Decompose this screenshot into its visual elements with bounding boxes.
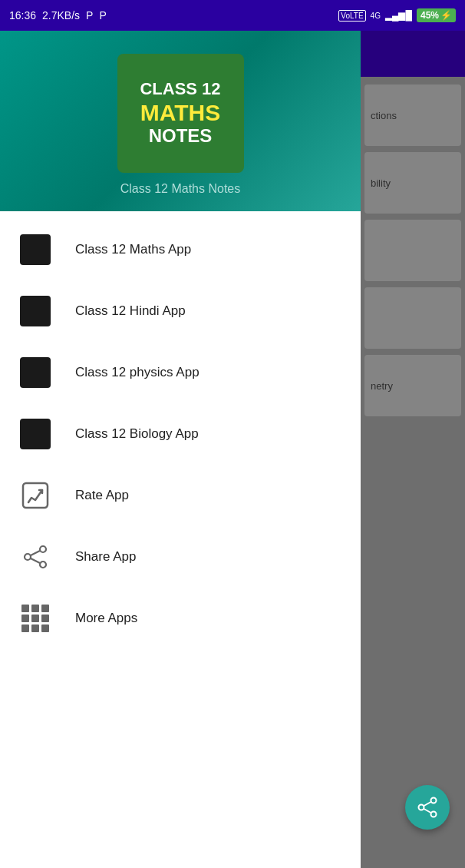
svg-line-5 [31, 558, 40, 563]
more-apps-label: More Apps [75, 611, 137, 626]
hindi-app-label: Class 12 Hindi App [75, 303, 186, 319]
svg-point-1 [40, 546, 46, 552]
menu-item-biology[interactable]: Class 12 Biology App [0, 403, 361, 465]
svg-rect-0 [23, 483, 48, 508]
logo-maths: MATHS [140, 100, 220, 125]
menu-item-share[interactable]: Share App [0, 526, 361, 588]
drawer-menu: Class 12 Maths App Class 12 Hindi App Cl… [0, 211, 361, 868]
drawer-header: CLASS 12 MATHS NOTES Class 12 Maths Note… [0, 31, 361, 211]
svg-line-10 [424, 809, 431, 813]
status-bar: 16:36 2.7KB/s P P VoLTE 4G ▂▄▆█ 45% ⚡ [0, 0, 465, 31]
navigation-drawer: CLASS 12 MATHS NOTES Class 12 Maths Note… [0, 31, 361, 868]
svg-line-4 [31, 551, 40, 555]
share-icon [18, 540, 52, 574]
physics-app-label: Class 12 physics App [75, 365, 200, 380]
share-fab[interactable] [405, 785, 450, 830]
status-carrier1: P [86, 9, 93, 22]
svg-point-2 [40, 562, 46, 568]
svg-line-9 [424, 802, 431, 806]
status-signal: ▂▄▆█ [385, 10, 412, 21]
hindi-app-icon [18, 294, 52, 328]
status-volte: VoLTE [338, 10, 365, 22]
status-right: VoLTE 4G ▂▄▆█ 45% ⚡ [338, 8, 456, 22]
rate-app-label: Rate App [75, 488, 129, 503]
status-battery: 45% ⚡ [417, 8, 456, 22]
drawer-overlay[interactable] [361, 31, 465, 868]
svg-point-6 [431, 798, 437, 803]
status-carrier2: P [99, 9, 106, 22]
svg-point-8 [419, 805, 424, 810]
maths-app-label: Class 12 Maths App [75, 242, 191, 257]
main-layout: ctions bility netry CLASS 12 MATHS NOTES… [0, 31, 465, 868]
share-app-label: Share App [75, 549, 136, 565]
menu-item-hindi[interactable]: Class 12 Hindi App [0, 280, 361, 342]
status-4g: 4G [371, 12, 381, 20]
menu-item-rate[interactable]: Rate App [0, 465, 361, 526]
biology-app-label: Class 12 Biology App [75, 426, 199, 442]
physics-app-icon [18, 356, 52, 389]
logo-class12: CLASS 12 [140, 79, 220, 99]
status-left: 16:36 2.7KB/s P P [9, 9, 107, 22]
menu-item-maths[interactable]: Class 12 Maths App [0, 219, 361, 280]
svg-point-3 [25, 554, 31, 560]
app-name-label: Class 12 Maths Notes [120, 182, 241, 196]
more-apps-icon [18, 601, 52, 635]
status-time: 16:36 [9, 9, 36, 22]
maths-app-icon [18, 233, 52, 267]
svg-point-7 [431, 812, 437, 817]
biology-app-icon [18, 417, 52, 451]
logo-notes: NOTES [149, 125, 213, 147]
status-network-speed: 2.7KB/s [42, 9, 80, 22]
app-logo: CLASS 12 MATHS NOTES [117, 54, 244, 173]
bolt-icon: ⚡ [440, 10, 452, 21]
rate-icon [18, 479, 52, 512]
menu-item-physics[interactable]: Class 12 physics App [0, 342, 361, 403]
menu-item-more[interactable]: More Apps [0, 588, 361, 649]
